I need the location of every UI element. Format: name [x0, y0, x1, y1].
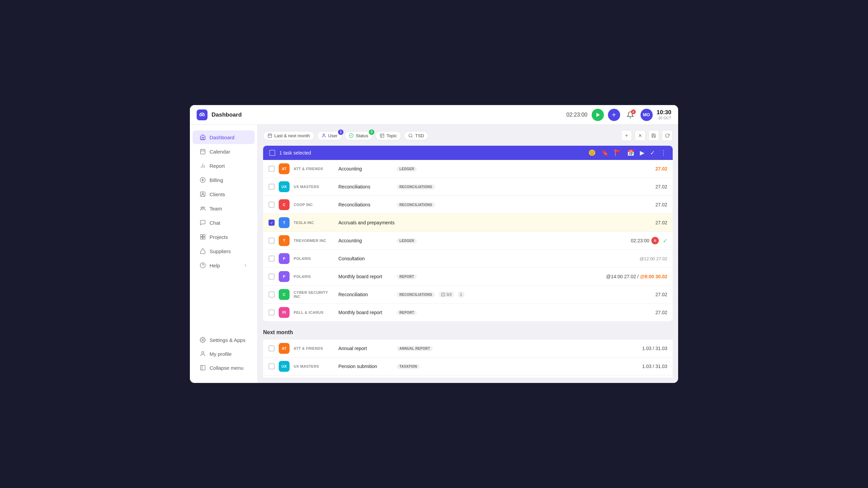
- sidebar-label-profile: My profile: [210, 351, 232, 357]
- sidebar-label-team: Team: [210, 206, 222, 211]
- add-filter-button[interactable]: [621, 130, 632, 141]
- team-icon: [199, 205, 206, 212]
- task-checkbox-3[interactable]: [269, 220, 275, 226]
- filter-bar: Last & next month User 1 Status 3 Topic: [263, 130, 673, 141]
- table-row[interactable]: P POLARIS Monthly board report REPORT @1…: [263, 268, 673, 286]
- svg-marker-5: [596, 113, 600, 117]
- topbar-bell-button[interactable]: 2: [624, 109, 636, 121]
- sidebar-item-clients[interactable]: Clients: [193, 187, 255, 201]
- filter-date-range[interactable]: Last & next month: [263, 131, 314, 140]
- table-row[interactable]: AT ATT & FRIENDS Accounting LEDGER 27.02: [263, 160, 673, 178]
- svg-point-25: [202, 351, 204, 353]
- flag-action[interactable]: 🚩: [614, 149, 622, 157]
- timer-value-4: 02:23:00: [631, 238, 650, 243]
- table-row[interactable]: P POLARIS Consultation @12:00 27.02: [263, 250, 673, 268]
- sidebar-label-billing: Billing: [210, 177, 223, 183]
- sidebar-item-profile[interactable]: My profile: [193, 347, 255, 361]
- task-checkbox-5[interactable]: [269, 256, 275, 262]
- sidebar-item-collapse[interactable]: Collapse menu: [193, 361, 255, 374]
- client-avatar-4: T: [279, 235, 290, 246]
- client-name-4: TREVORMER INC: [294, 239, 334, 243]
- topbar-play-button[interactable]: [592, 109, 604, 121]
- check-action[interactable]: ✓: [650, 149, 655, 157]
- topbar: Dashboard 02:23:00 + 2 MO 10:30 20 OCT: [190, 105, 678, 125]
- sidebar-label-calendar: Calendar: [210, 149, 230, 155]
- sidebar-item-dashboard[interactable]: Dashboard: [193, 130, 255, 144]
- client-name-2: COOP INC: [294, 203, 334, 207]
- sidebar-item-help[interactable]: Help: [193, 259, 255, 272]
- save-filter-button[interactable]: [648, 130, 659, 141]
- task-tag-nm-0: ANNUAL REPORT: [397, 346, 433, 351]
- sidebar-item-settings[interactable]: Settings & Apps: [193, 333, 255, 347]
- refresh-button[interactable]: [662, 130, 673, 141]
- table-row[interactable]: C COOP INC Reconciliations RECONCILIATIO…: [263, 196, 673, 214]
- user-filter-icon: [321, 133, 326, 138]
- sidebar-item-projects[interactable]: Projects: [193, 230, 255, 244]
- complete-check-4[interactable]: ✓: [663, 238, 667, 244]
- filter-user[interactable]: User 1: [317, 131, 342, 140]
- search-filter-icon: [408, 133, 413, 138]
- date-range-5: @12:00 27.02: [639, 256, 667, 261]
- sidebar-label-settings: Settings & Apps: [210, 337, 245, 343]
- profile-icon: [199, 350, 206, 357]
- table-row[interactable]: PI PELL & ICARUS Monthly board report RE…: [263, 304, 673, 321]
- task-checkbox-nm-1[interactable]: [269, 363, 275, 369]
- table-row[interactable]: T TESLA INC Accruals and prepayments 27.…: [263, 214, 673, 232]
- task-tag-1: RECONCILIATIONS: [397, 184, 435, 189]
- content-area: Last & next month User 1 Status 3 Topic: [258, 125, 678, 383]
- task-date-7: 27.02: [655, 292, 667, 297]
- sidebar-item-report[interactable]: Report: [193, 159, 255, 172]
- task-tag-0: LEDGER: [397, 166, 417, 171]
- client-avatar-1: UX: [279, 181, 290, 192]
- task-date-8: 27.02: [655, 310, 667, 315]
- status-filter-icon: [349, 133, 354, 138]
- sidebar-item-chat[interactable]: Chat: [193, 216, 255, 229]
- table-row[interactable]: UX UX MASTERS Pension submition TAXATION…: [263, 358, 673, 375]
- sidebar-item-team[interactable]: Team: [193, 202, 255, 215]
- task-checkbox-1[interactable]: [269, 184, 275, 190]
- clients-icon: [199, 191, 206, 198]
- filter-search[interactable]: TSD: [404, 131, 428, 140]
- task-checkbox-8[interactable]: [269, 309, 275, 316]
- task-name-8: Monthly board report: [338, 310, 393, 315]
- client-avatar-5: P: [279, 253, 290, 264]
- table-row[interactable]: C CYBER SECURITY INC Reconciliation RECO…: [263, 286, 673, 304]
- more-action[interactable]: ⋮: [660, 149, 667, 157]
- sidebar-label-chat: Chat: [210, 220, 220, 226]
- svg-rect-19: [203, 235, 205, 237]
- sidebar-label-projects: Projects: [210, 234, 228, 240]
- task-checkbox-6[interactable]: [269, 273, 275, 280]
- sidebar-item-billing[interactable]: Billing: [193, 173, 255, 187]
- task-checkbox-nm-0[interactable]: [269, 345, 275, 351]
- calendar-icon: [199, 148, 206, 155]
- emoji-action[interactable]: 🙂: [588, 149, 596, 157]
- filter-status[interactable]: Status 3: [344, 131, 373, 140]
- filter-topic[interactable]: Topic: [375, 131, 401, 140]
- table-row[interactable]: T TESLA INC Consulation @12:00 27.03: [263, 375, 673, 378]
- sidebar-item-suppliers[interactable]: Suppliers: [193, 244, 255, 258]
- clear-filter-button[interactable]: [635, 130, 646, 141]
- task-checkbox-4[interactable]: [269, 238, 275, 244]
- pause-button-4[interactable]: [651, 237, 659, 244]
- task-name-4: Accounting: [338, 238, 393, 243]
- play-action[interactable]: ▶: [640, 149, 645, 157]
- calendar-action[interactable]: 📅: [627, 149, 634, 157]
- table-row[interactable]: UX UX MASTERS Reconciliations RECONCILIA…: [263, 178, 673, 196]
- task-checkbox-2[interactable]: [269, 202, 275, 208]
- client-name-5: POLARIS: [294, 257, 334, 261]
- deselect-icon[interactable]: [269, 150, 275, 156]
- topbar-add-button[interactable]: +: [608, 109, 620, 121]
- table-row[interactable]: T TREVORMER INC Accounting LEDGER 02:23:…: [263, 232, 673, 250]
- task-checkbox-7[interactable]: [269, 291, 275, 298]
- table-row[interactable]: AT ATT & FRIENDS Annual report ANNUAL RE…: [263, 340, 673, 358]
- svg-point-37: [409, 134, 412, 137]
- sidebar-item-calendar[interactable]: Calendar: [193, 145, 255, 158]
- task-name-nm-1: Pension submition: [338, 364, 393, 369]
- task-checkbox-0[interactable]: [269, 166, 275, 172]
- task-date-2: 27.02: [655, 202, 667, 207]
- topbar-avatar[interactable]: MO: [640, 109, 653, 121]
- task-tag-7: RECONCILIATIONS: [397, 292, 435, 297]
- bookmark-action[interactable]: 🔖: [601, 149, 609, 157]
- app-container: Dashboard 02:23:00 + 2 MO 10:30 20 OCT D…: [190, 105, 678, 383]
- sidebar: Dashboard Calendar Report Billing: [190, 125, 258, 383]
